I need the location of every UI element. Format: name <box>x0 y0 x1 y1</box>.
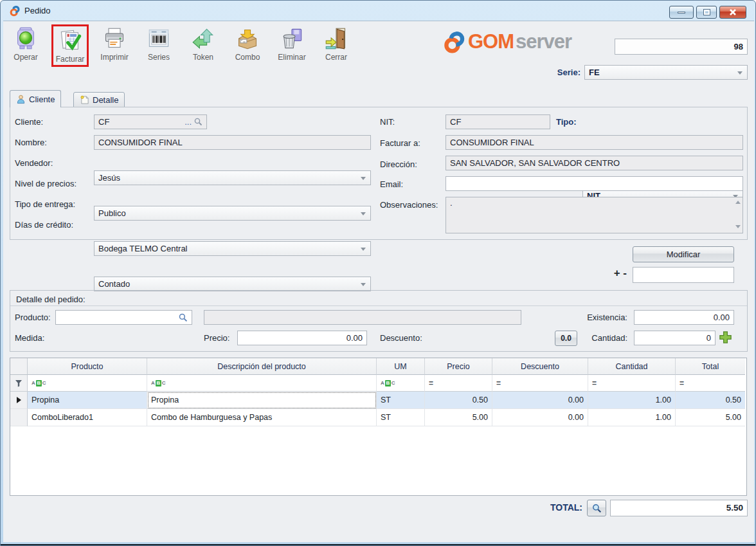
detalle-pedido-title: Detalle del pedido: <box>16 292 86 307</box>
facturar-button-highlighted[interactable]: Facturar <box>51 24 89 67</box>
col-header-precio[interactable]: Precio <box>425 358 492 375</box>
operar-button[interactable]: Operar <box>7 24 44 63</box>
filter-cell-total[interactable]: = <box>676 375 745 392</box>
dias-credito-dropdown[interactable]: Contado <box>94 277 371 291</box>
equals-filter-icon: = <box>680 379 684 388</box>
col-header-cantidad[interactable]: Cantidad <box>588 358 676 375</box>
minimize-button[interactable] <box>669 6 694 19</box>
nit-field[interactable]: CF <box>446 114 550 129</box>
vendedor-dropdown[interactable]: Jesús <box>94 170 371 185</box>
cantidad-input[interactable]: 0 <box>634 331 716 345</box>
producto-label: Producto: <box>15 310 51 325</box>
cell-descripcion[interactable]: Combo de Hamburguesa y Papas <box>147 409 377 426</box>
cell-total[interactable]: 0.50 <box>676 392 745 409</box>
items-table: Producto Descripción del producto UM Pre… <box>10 358 747 496</box>
tipo-entrega-dropdown[interactable]: Bodega TELMO Central <box>94 241 371 256</box>
producto-input[interactable] <box>55 310 192 325</box>
nombre-field[interactable]: CONSUMIDOR FINAL <box>94 135 371 150</box>
tipo-label: Tipo: <box>556 114 577 129</box>
tab-cliente[interactable]: Cliente <box>10 90 61 107</box>
close-button[interactable] <box>719 6 746 19</box>
descuento-label: Descuento: <box>380 331 422 345</box>
pedido-window: Pedido Operar Factur <box>0 0 756 546</box>
filter-cell-um[interactable]: ABC <box>377 375 425 392</box>
close-icon <box>729 9 737 15</box>
serie-dropdown[interactable]: FE <box>584 65 748 80</box>
cell-producto[interactable]: ComboLiberado1 <box>28 409 147 426</box>
row-indicator[interactable] <box>10 392 28 409</box>
direccion-field[interactable]: SAN SALVADOR, SAN SALVADOR CENTRO <box>446 156 743 170</box>
token-button[interactable]: Token <box>184 24 222 63</box>
restore-icon <box>704 10 710 15</box>
cerrar-button[interactable]: Cerrar <box>318 24 355 63</box>
total-field: 5.50 <box>610 500 748 516</box>
series-button[interactable]: Series <box>140 24 177 63</box>
adjust-amount-input[interactable] <box>633 267 734 283</box>
toolbar-label: Facturar <box>56 55 85 64</box>
toolbar-label: Operar <box>14 53 37 62</box>
cell-um[interactable]: ST <box>377 392 425 409</box>
filter-cell-cantidad[interactable]: = <box>588 375 676 392</box>
barcode-icon <box>147 27 170 50</box>
col-header-descuento[interactable]: Descuento <box>492 358 588 375</box>
cliente-lookup-ellipsis[interactable]: ... <box>184 115 192 129</box>
email-field[interactable] <box>446 176 743 191</box>
toolbar-label: Combo <box>235 53 260 62</box>
total-label: TOTAL: <box>496 502 582 513</box>
precio-input[interactable]: 0.00 <box>237 331 367 345</box>
plus-minus-label: + - <box>587 267 627 280</box>
nivel-precios-label: Nivel de precios: <box>15 176 76 191</box>
facturar-a-field[interactable]: CONSUMIDOR FINAL <box>446 135 743 150</box>
magnifier-icon <box>592 504 602 513</box>
tipo-entrega-label: Tipo de entrega: <box>15 197 75 212</box>
filter-cell-producto[interactable]: ABC <box>28 375 147 392</box>
modificar-button[interactable]: Modificar <box>633 246 734 262</box>
combo-button[interactable]: Combo <box>229 24 266 63</box>
exit-door-icon <box>325 27 348 50</box>
cell-cantidad[interactable]: 1.00 <box>588 392 676 409</box>
cell-descuento[interactable]: 0.00 <box>492 409 588 426</box>
eliminar-button[interactable]: Eliminar <box>273 24 310 63</box>
observaciones-textarea[interactable]: . <box>446 197 743 233</box>
cell-descripcion-focused[interactable]: Propina <box>147 392 377 409</box>
restore-button[interactable] <box>696 6 717 19</box>
indicator-header-cell <box>10 358 28 375</box>
filter-row-indicator[interactable] <box>10 375 28 392</box>
cell-producto[interactable]: Propina <box>28 392 147 409</box>
document-number-field[interactable]: 98 <box>615 39 748 55</box>
cliente-field[interactable]: CF ... <box>94 114 207 129</box>
gomserver-logo-icon <box>443 29 466 55</box>
row-indicator[interactable] <box>10 409 28 426</box>
cantidad-label: Cantidad: <box>560 331 627 345</box>
existencia-label: Existencia: <box>560 310 627 325</box>
imprimir-button[interactable]: Imprimir <box>96 24 133 63</box>
cell-precio[interactable]: 0.50 <box>425 392 492 409</box>
scroll-down-icon[interactable] <box>735 225 741 228</box>
col-header-total[interactable]: Total <box>676 358 745 375</box>
printer-icon <box>103 27 126 50</box>
tab-detalle[interactable]: Detalle <box>73 92 125 107</box>
col-header-descripcion[interactable]: Descripción del producto <box>147 358 377 375</box>
cell-precio[interactable]: 5.00 <box>425 409 492 426</box>
scroll-up-icon[interactable] <box>735 201 741 204</box>
filter-cell-descuento[interactable]: = <box>492 375 588 392</box>
search-icon[interactable] <box>179 313 188 322</box>
total-zoom-button[interactable] <box>587 500 606 516</box>
col-header-producto[interactable]: Producto <box>28 358 147 375</box>
cell-um[interactable]: ST <box>377 409 425 426</box>
search-icon[interactable] <box>194 118 203 126</box>
add-item-plus-icon[interactable] <box>719 331 732 344</box>
cell-total[interactable]: 5.00 <box>676 409 745 426</box>
toolbar: Operar Facturar Imprimir <box>7 24 355 67</box>
col-header-um[interactable]: UM <box>377 358 425 375</box>
equals-filter-icon: = <box>496 379 501 388</box>
cliente-value: CF <box>98 115 184 129</box>
filter-cell-precio[interactable]: = <box>425 375 492 392</box>
filter-cell-descripcion[interactable]: ABC <box>147 375 377 392</box>
cliente-label: Cliente: <box>15 114 43 129</box>
toolbar-label: Imprimir <box>100 53 128 62</box>
nivel-precios-dropdown[interactable]: Publico <box>94 206 371 221</box>
cell-descuento[interactable]: 0.00 <box>492 392 588 409</box>
nit-label: NIT: <box>380 114 395 129</box>
cell-cantidad[interactable]: 1.00 <box>588 409 676 426</box>
